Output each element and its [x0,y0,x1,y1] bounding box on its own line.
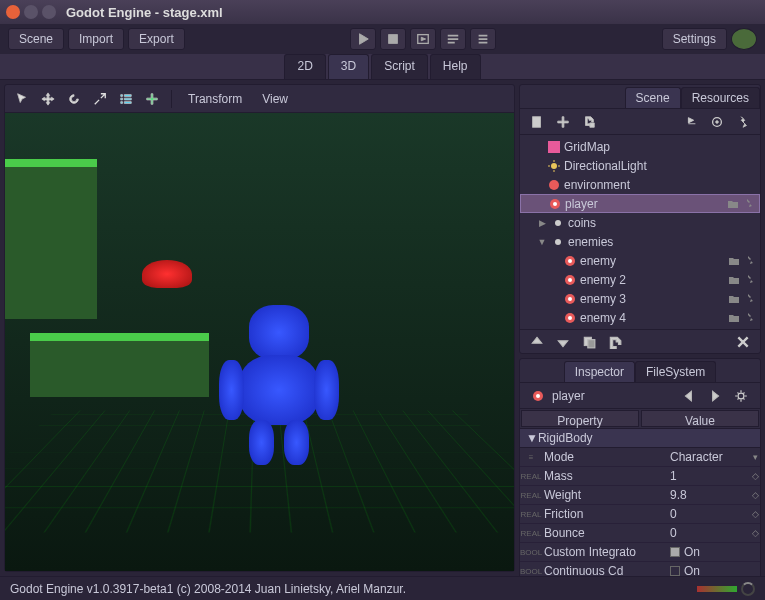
connect-button[interactable] [680,111,702,133]
script-attach-icon[interactable] [744,255,756,267]
play-scene-button[interactable] [410,28,436,50]
value-column-header[interactable]: Value [641,410,759,427]
checkbox[interactable] [670,566,680,576]
add-tool[interactable] [141,88,163,110]
svg-point-19 [568,316,572,320]
debug-options-button[interactable] [470,28,496,50]
script-attach-icon[interactable] [743,198,755,210]
spinner-icon[interactable]: ◇ [750,528,760,538]
enemy-visual [142,260,192,288]
tab-resources[interactable]: Resources [681,87,760,108]
add-node-button[interactable] [552,111,574,133]
play-button[interactable] [350,28,376,50]
move-down-button[interactable] [552,331,574,353]
view-menu[interactable]: View [254,89,296,109]
script-attach-icon[interactable] [744,293,756,305]
move-tool[interactable] [37,88,59,110]
tree-node-enemies[interactable]: ▼enemies [520,232,760,251]
tab-help[interactable]: Help [430,54,481,79]
svg-rect-5 [548,141,560,153]
tree-node-player[interactable]: player [520,194,760,213]
property-row[interactable]: REALWeight9.8◇ [520,486,760,505]
stop-button[interactable] [380,28,406,50]
svg-point-10 [555,220,561,226]
history-forward-button[interactable] [704,385,726,407]
status-text: Godot Engine v1.0.3917-beta1 (c) 2008-20… [10,582,406,596]
folder-icon[interactable] [728,293,740,305]
tab-script[interactable]: Script [371,54,428,79]
tab-filesystem[interactable]: FileSystem [635,361,716,382]
spinner-icon[interactable]: ◇ [750,509,760,519]
tree-node-enemy-4[interactable]: enemy 4 [520,308,760,327]
groups-button[interactable] [706,111,728,133]
reparent-button[interactable] [604,331,626,353]
checkbox[interactable] [670,547,680,557]
property-column-header[interactable]: Property [521,410,639,427]
play-custom-button[interactable] [440,28,466,50]
folder-icon[interactable] [727,198,739,210]
property-row[interactable]: ≡ModeCharacter▾ [520,448,760,467]
tab-scene[interactable]: Scene [625,87,681,108]
script-attach-icon[interactable] [744,312,756,324]
svg-rect-2 [533,116,541,127]
new-node-button[interactable] [526,111,548,133]
main-menubar: Scene Import Export Settings [0,24,765,54]
tree-node-enemy[interactable]: enemy [520,251,760,270]
property-list[interactable]: ▼RigidBody ≡ModeCharacter▾ REALMass1◇ RE… [520,429,760,576]
window-maximize-button[interactable] [42,5,56,19]
viewport-toolbar: Transform View [5,85,514,113]
menu-import[interactable]: Import [68,28,124,50]
tab-3d[interactable]: 3D [328,54,369,79]
select-tool[interactable] [11,88,33,110]
delete-node-button[interactable] [732,331,754,353]
property-row[interactable]: REALMass1◇ [520,467,760,486]
player-visual [219,305,339,465]
transform-menu[interactable]: Transform [180,89,250,109]
svg-point-13 [568,259,572,263]
rigidbody-icon [563,273,577,287]
property-row[interactable]: REALBounce0◇ [520,524,760,543]
tree-node-enemy-3[interactable]: enemy 3 [520,289,760,308]
instance-button[interactable] [578,111,600,133]
duplicate-button[interactable] [578,331,600,353]
tab-2d[interactable]: 2D [284,54,325,79]
dropdown-icon[interactable]: ▾ [750,452,760,462]
menu-scene[interactable]: Scene [8,28,64,50]
environment-icon [547,178,561,192]
folder-icon[interactable] [728,312,740,324]
spinner-icon[interactable]: ◇ [750,471,760,481]
script-button[interactable] [732,111,754,133]
settings-button[interactable]: Settings [662,28,727,50]
window-close-button[interactable] [6,5,20,19]
history-back-button[interactable] [678,385,700,407]
collapse-arrow[interactable]: ▼ [536,237,548,247]
tab-inspector[interactable]: Inspector [564,361,635,382]
property-row[interactable]: BOOLCustom IntegratoOn [520,543,760,562]
scale-tool[interactable] [89,88,111,110]
performance-bar [697,586,737,592]
property-row[interactable]: REALFriction0◇ [520,505,760,524]
inspector-options-button[interactable] [730,385,752,407]
rotate-tool[interactable] [63,88,85,110]
script-attach-icon[interactable] [744,274,756,286]
expand-arrow[interactable]: ▶ [536,218,548,228]
menu-export[interactable]: Export [128,28,185,50]
scene-tree[interactable]: GridMap DirectionalLight environment pla… [520,135,760,329]
rigidbody-icon [531,389,545,403]
tree-node-gridmap[interactable]: GridMap [520,137,760,156]
folder-icon[interactable] [728,274,740,286]
folder-icon[interactable] [728,255,740,267]
tree-node-coins[interactable]: ▶coins [520,213,760,232]
tree-node-environment[interactable]: environment [520,175,760,194]
node-icon [551,216,565,230]
3d-viewport[interactable] [5,113,514,571]
tree-node-directional-light[interactable]: DirectionalLight [520,156,760,175]
list-tool[interactable] [115,88,137,110]
property-group-rigidbody[interactable]: ▼RigidBody [520,429,760,448]
move-up-button[interactable] [526,331,548,353]
workspace-tabs: 2D 3D Script Help [0,54,765,80]
property-row[interactable]: BOOLContinuous CdOn [520,562,760,576]
spinner-icon[interactable]: ◇ [750,490,760,500]
window-minimize-button[interactable] [24,5,38,19]
tree-node-enemy-2[interactable]: enemy 2 [520,270,760,289]
